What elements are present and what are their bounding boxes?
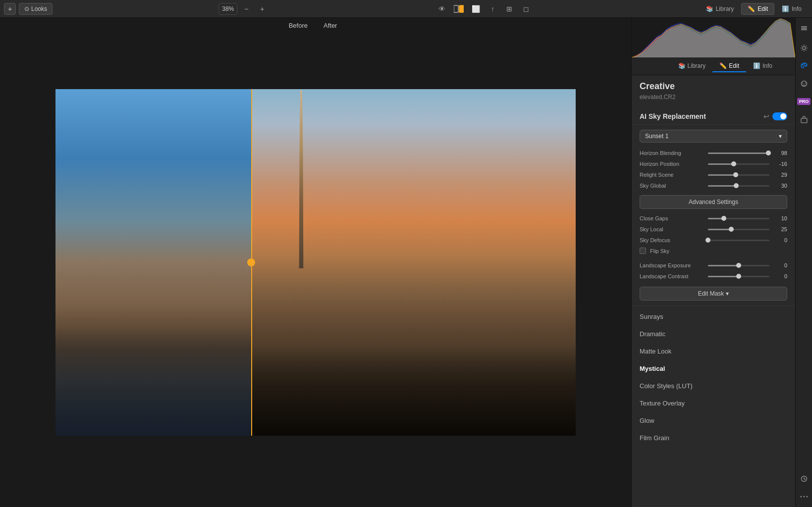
looks-button[interactable]: ⊙ Looks <box>19 3 53 15</box>
zoom-controls: 38% − + <box>218 3 269 15</box>
image-wrapper <box>55 89 576 436</box>
menu-item-glow[interactable]: Glow <box>632 412 795 429</box>
edit-mask-button[interactable]: Edit Mask ▾ <box>640 287 787 301</box>
top-tabs: 📚 Library ✏️ Edit ℹ️ Info <box>700 3 808 15</box>
sky-global-value: 30 <box>773 183 787 189</box>
more-icon[interactable] <box>798 490 811 503</box>
toggle-switch[interactable] <box>772 112 787 120</box>
svg-point-6 <box>803 47 806 50</box>
split-handle[interactable] <box>247 258 255 266</box>
svg-point-16 <box>804 63 805 65</box>
relight-scene-track[interactable] <box>708 174 769 176</box>
svg-point-24 <box>803 496 805 498</box>
svg-line-12 <box>806 50 807 51</box>
library-icon: 📚 <box>706 5 713 12</box>
panel-tab-info[interactable]: ℹ️ Info <box>746 60 779 72</box>
split-view-button[interactable] <box>452 3 466 15</box>
relight-scene-label: Relight Scene <box>640 172 704 178</box>
menu-item-texture-overlay[interactable]: Texture Overlay <box>632 395 795 412</box>
menu-item-matte-look[interactable]: Matte Look <box>632 343 795 360</box>
menu-item-dramatic[interactable]: Dramatic <box>632 325 795 343</box>
sky-local-track[interactable] <box>708 229 769 230</box>
share-button[interactable]: ↑ <box>486 3 499 15</box>
section-subtitle: elevated.CR2 <box>640 94 787 101</box>
sunrays-label: Sunrays <box>640 313 663 320</box>
face-icon[interactable] <box>798 77 811 90</box>
flip-sky-checkbox[interactable] <box>640 248 646 254</box>
sky-global-row: Sky Global 30 <box>632 180 795 191</box>
sky-local-label: Sky Local <box>640 226 704 232</box>
sky-defocus-row: Sky Defocus 0 <box>632 235 795 246</box>
menu-item-film-grain[interactable]: Film Grain <box>632 429 795 447</box>
zoom-minus-button[interactable]: − <box>239 3 253 15</box>
landscape-exposure-label: Landscape Exposure <box>640 262 704 268</box>
horizon-position-track[interactable] <box>708 163 769 165</box>
horizon-position-fill <box>708 163 734 165</box>
history-icon[interactable] <box>798 472 811 485</box>
tab-edit[interactable]: ✏️ Edit <box>741 3 774 15</box>
sky-preset-value: Sunset 1 <box>645 133 668 140</box>
pro-badge-icon[interactable]: PRO <box>798 95 811 108</box>
sky-preset-dropdown[interactable]: Sunset 1 ▾ <box>640 130 787 143</box>
menu-item-color-styles[interactable]: Color Styles (LUT) <box>632 377 795 395</box>
palette-icon[interactable] <box>798 59 811 72</box>
sky-defocus-track[interactable] <box>708 240 769 241</box>
creative-section: Creative elevated.CR2 <box>632 75 795 108</box>
library-tab-icon: 📚 <box>678 62 686 69</box>
tab-info[interactable]: ℹ️ Info <box>775 3 808 15</box>
eye-button[interactable]: 👁 <box>435 3 449 15</box>
close-gaps-thumb <box>721 216 726 221</box>
relight-scene-thumb <box>733 172 738 177</box>
info-tab-label: Info <box>762 62 772 69</box>
info-tab-icon: ℹ️ <box>753 62 760 69</box>
info-icon: ℹ️ <box>782 5 789 12</box>
landscape-contrast-label: Landscape Contrast <box>640 273 704 279</box>
sky-global-track[interactable] <box>708 185 769 187</box>
main-toolbar: + ⊙ Looks 38% − + 👁 ⬜ ↑ ⊞ ◻ 📚 Library ✏️… <box>0 0 812 18</box>
edit-tab-icon: ✏️ <box>719 62 727 69</box>
grid-button[interactable]: ⊞ <box>502 3 516 15</box>
close-gaps-value: 10 <box>773 215 787 221</box>
svg-rect-0 <box>454 5 458 12</box>
menu-item-sunrays[interactable]: Sunrays <box>632 308 795 325</box>
film-grain-label: Film Grain <box>640 434 669 442</box>
dramatic-label: Dramatic <box>640 330 665 338</box>
tab-library[interactable]: 📚 Library <box>700 3 741 15</box>
horizon-blending-fill <box>708 152 768 154</box>
sky-global-fill <box>708 185 736 187</box>
sky-global-thumb <box>734 183 739 188</box>
reset-button[interactable]: ↩ <box>763 112 769 120</box>
svg-rect-1 <box>459 5 464 12</box>
texture-overlay-label: Texture Overlay <box>640 400 685 407</box>
relight-scene-fill <box>708 174 736 176</box>
relight-scene-value: 29 <box>773 172 787 178</box>
close-gaps-row: Close Gaps 10 <box>632 213 795 224</box>
sky-defocus-value: 0 <box>773 237 787 243</box>
panel-tab-library[interactable]: 📚 Library <box>671 60 713 72</box>
histogram-chart <box>632 18 795 57</box>
advanced-settings-btn[interactable]: Advanced Settings <box>640 195 787 209</box>
landscape-exposure-fill <box>708 265 739 266</box>
svg-point-15 <box>802 64 803 66</box>
panel-tab-edit[interactable]: ✏️ Edit <box>712 60 746 72</box>
svg-rect-4 <box>801 28 807 29</box>
right-panel-main: 📚 Library ✏️ Edit ℹ️ Info <box>632 18 795 507</box>
add-button[interactable]: + <box>4 3 16 15</box>
svg-point-20 <box>805 83 806 84</box>
landscape-contrast-thumb <box>736 274 741 279</box>
crop-button[interactable]: ⬜ <box>469 3 483 15</box>
horizon-blending-track[interactable] <box>708 152 769 154</box>
window-button[interactable]: ◻ <box>519 3 533 15</box>
menu-item-mystical[interactable]: Mystical <box>632 360 795 377</box>
svg-line-14 <box>802 50 803 51</box>
landscape-contrast-track[interactable] <box>708 276 769 277</box>
landscape-exposure-track[interactable] <box>708 265 769 266</box>
bag-icon[interactable] <box>798 113 811 126</box>
sun-icon[interactable] <box>798 42 811 54</box>
edit-mask-label: Edit Mask <box>698 290 724 297</box>
histogram-area <box>632 18 795 57</box>
close-gaps-track[interactable] <box>708 218 769 219</box>
sky-local-fill <box>708 229 731 230</box>
zoom-plus-button[interactable]: + <box>255 3 269 15</box>
layers-icon[interactable] <box>798 22 811 35</box>
